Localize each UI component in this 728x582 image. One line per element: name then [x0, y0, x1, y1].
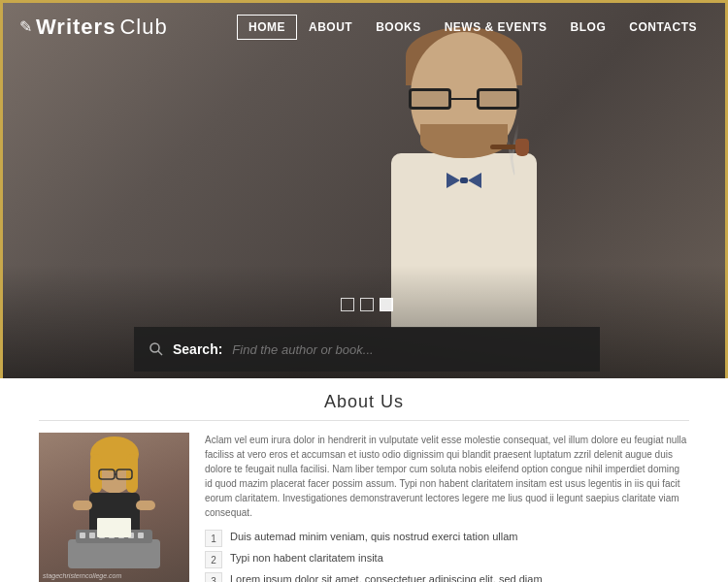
logo-text-bold: Writers [36, 15, 116, 40]
list-item: 2 Typi non habent claritatem insita [205, 551, 689, 568]
about-section: About Us [0, 378, 728, 582]
about-right-panel: Aclam vel eum irura dolor in hendrerit i… [205, 433, 689, 582]
svg-rect-10 [73, 501, 92, 510]
glass-right [477, 88, 519, 110]
svg-rect-15 [89, 533, 95, 538]
svg-line-1 [158, 351, 162, 355]
svg-point-0 [150, 343, 159, 352]
about-title-wrap: About Us [39, 392, 689, 421]
nav-home[interactable]: HOME [237, 15, 297, 40]
glass-left [409, 88, 451, 110]
bowtie-left [447, 173, 460, 188]
search-input[interactable] [232, 342, 584, 357]
pen-icon: ✎ [19, 17, 32, 36]
nav-books[interactable]: BOOKS [364, 15, 433, 40]
svg-rect-14 [80, 533, 85, 538]
bowtie-center [460, 178, 468, 183]
about-body-text: Aclam vel eum irura dolor in hendrerit i… [205, 433, 689, 520]
slider-dots [341, 298, 393, 311]
list-text-2: Typi non habent claritatem insita [230, 551, 383, 566]
list-num-2: 2 [205, 551, 222, 568]
search-icon [149, 342, 163, 356]
list-num-3: 3 [205, 572, 222, 582]
list-item: 1 Duis autemad minim veniam, quis nostru… [205, 530, 689, 547]
list-text-1: Duis autemad minim veniam, quis nostrud … [230, 530, 518, 544]
svg-rect-12 [68, 539, 160, 568]
nav-news-events[interactable]: NEWS & EVENTS [433, 15, 559, 40]
about-list: 1 Duis autemad minim veniam, quis nostru… [205, 530, 689, 582]
nav-contacts[interactable]: CONTACTS [617, 15, 709, 40]
svg-rect-11 [136, 501, 155, 510]
svg-rect-20 [138, 533, 144, 538]
nav-about[interactable]: ABOUT [297, 15, 364, 40]
slider-dot-2[interactable] [360, 298, 374, 311]
pipe-bowl [515, 139, 529, 156]
about-woman-illustration [39, 433, 189, 582]
about-watermark: stagechristerncollege.com [43, 572, 121, 579]
about-content: stagechristerncollege.com Aclam vel eum … [39, 433, 689, 582]
figure-pipe [490, 137, 529, 156]
main-nav: HOME ABOUT BOOKS NEWS & EVENTS BLOG CONT… [237, 15, 709, 40]
slider-dot-3[interactable] [380, 298, 393, 311]
svg-rect-21 [97, 518, 131, 537]
search-label: Search: [173, 341, 222, 357]
hero-section: Search: [3, 3, 728, 381]
about-image: stagechristerncollege.com [39, 433, 189, 582]
nav-blog[interactable]: BLOG [559, 15, 618, 40]
bowtie-right [468, 173, 481, 188]
logo: ✎ Writers Club [19, 15, 168, 40]
slider-dot-1[interactable] [341, 298, 354, 311]
list-num-1: 1 [205, 530, 222, 547]
logo-text-light: Club [119, 15, 167, 40]
svg-rect-4 [90, 454, 102, 493]
list-item: 3 Lorem ipsum dolor sit amet, consectetu… [205, 572, 689, 582]
figure-bowtie [447, 173, 481, 188]
about-title: About Us [39, 392, 689, 412]
figure-glasses [409, 88, 519, 110]
search-bar: Search: [134, 327, 600, 372]
header: ✎ Writers Club HOME ABOUT BOOKS NEWS & E… [0, 0, 728, 53]
glass-bridge [451, 98, 477, 100]
list-text-3: Lorem ipsum dolor sit amet, consectetuer… [230, 572, 543, 582]
